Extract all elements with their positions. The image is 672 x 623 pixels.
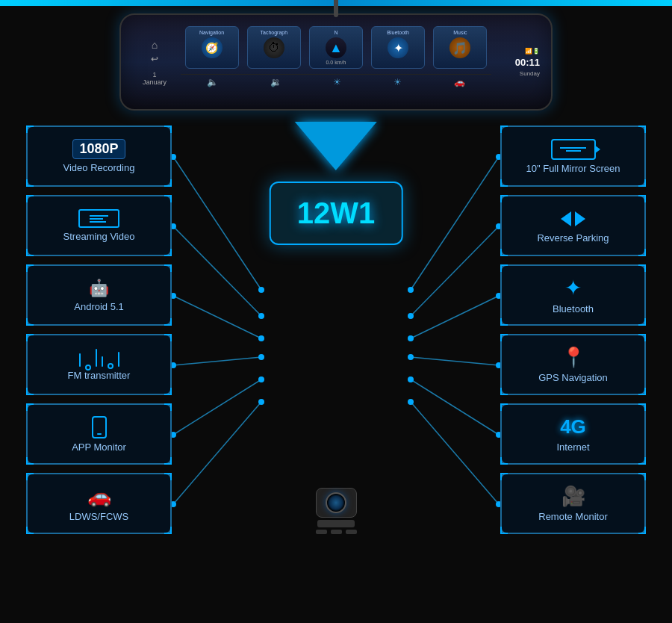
back-icon: ↩ (151, 54, 158, 64)
app-monitor-label: APP Monitor (72, 441, 126, 453)
feature-video-recording: 1080P Video Recording (26, 125, 172, 187)
mirror-screen-label: 10" Full Mirror Screen (526, 163, 620, 174)
brightness-down-icon: ☀ (333, 77, 341, 87)
car-icon: 🚗 (454, 77, 465, 87)
mirror-app-compass[interactable]: N ▲ 0.0 km/h (309, 26, 363, 69)
svg-point-28 (258, 376, 264, 382)
nav-icon: 🧭 (202, 37, 223, 58)
mirror-screen-icon (551, 139, 596, 160)
mirror-controls-bar: 🔈 🔉 ☀ ☀ 🚗 (181, 74, 491, 87)
svg-line-1 (173, 226, 261, 316)
mirror-area: ⌂ ↩ 1 January Navigation 🧭 Tachograph ⏱ … (0, 6, 672, 114)
ldws-label: LDWS/FCWS (69, 511, 128, 522)
svg-line-10 (411, 379, 499, 435)
camera-body (316, 488, 357, 518)
svg-point-30 (408, 287, 414, 293)
center-arrow-section: 12W1 (270, 118, 403, 245)
bluetooth-label: Bluetooth (553, 303, 594, 314)
down-arrow (295, 122, 377, 170)
streaming-video-label: Streaming Video (63, 231, 135, 242)
svg-line-5 (173, 402, 261, 504)
svg-line-9 (411, 357, 499, 365)
svg-line-7 (411, 226, 499, 316)
feature-streaming-video: Streaming Video (26, 195, 172, 256)
vol-down-icon: 🔈 (207, 77, 218, 87)
svg-line-2 (173, 296, 261, 338)
tacho-icon: ⏱ (264, 37, 284, 58)
compass-icon: ▲ (326, 37, 346, 58)
svg-line-0 (173, 157, 261, 290)
4g-icon: 4G (560, 415, 586, 438)
feature-bluetooth: ✦ Bluetooth (500, 264, 646, 326)
ldws-icon: 🚗 (87, 485, 111, 508)
svg-line-3 (173, 357, 261, 365)
mirror-app-music[interactable]: Music 🎵 (433, 26, 487, 69)
camera-mount (317, 520, 355, 527)
mirror-date: 1 January (143, 71, 167, 86)
fm-label: FM transmitter (68, 370, 131, 381)
feature-android: 🤖 Android 5.1 (26, 264, 172, 326)
feature-reverse-parking: Reverse Parking (500, 195, 646, 256)
video-recording-label: Video Recording (63, 162, 135, 173)
remote-monitor-label: Remote Monitor (538, 511, 607, 522)
gps-label: GPS Navigation (538, 372, 608, 383)
svg-point-34 (408, 376, 414, 382)
mirror-day: Sunday (520, 70, 540, 77)
mirror-app-navigation[interactable]: Navigation 🧭 (185, 26, 239, 69)
center-label: 12W1 (270, 182, 403, 245)
svg-line-8 (411, 296, 499, 338)
feature-internet: 4G Internet (500, 403, 646, 465)
brightness-up-icon: ☀ (393, 77, 402, 87)
mirror-device: ⌂ ↩ 1 January Navigation 🧭 Tachograph ⏱ … (119, 13, 553, 111)
svg-point-29 (258, 399, 264, 405)
mirror-time: 00:11 (515, 57, 540, 68)
camera-base (316, 530, 357, 534)
bt-icon: ✦ (388, 37, 408, 58)
feature-gps-navigation: 📍 GPS Navigation (500, 334, 646, 395)
reverse-parking-label: Reverse Parking (537, 232, 609, 244)
android-label: Android 5.1 (74, 301, 124, 312)
svg-point-33 (408, 354, 414, 360)
svg-point-31 (408, 313, 414, 319)
mirror-right-panel: 📶🔋 00:11 Sunday (495, 48, 540, 77)
camera-image (310, 488, 362, 536)
svg-point-25 (258, 313, 264, 319)
mirror-stand (334, 0, 338, 17)
1080p-icon: 1080P (72, 139, 125, 159)
fm-icon (79, 349, 119, 367)
bluetooth-icon: ✦ (564, 276, 582, 300)
svg-point-35 (408, 399, 414, 405)
streaming-icon (78, 209, 119, 228)
home-icon: ⌂ (152, 39, 158, 51)
mirror-left-panel: ⌂ ↩ 1 January (132, 39, 177, 86)
internet-label: Internet (556, 441, 589, 453)
phone-icon (92, 416, 107, 438)
svg-point-24 (258, 287, 264, 293)
feature-remote-monitor: 🎥 Remote Monitor (500, 473, 646, 534)
feature-mirror-screen: 10" Full Mirror Screen (500, 125, 646, 187)
android-icon: 🤖 (89, 279, 109, 298)
music-icon: 🎵 (449, 37, 470, 58)
mirror-main-screen: Navigation 🧭 Tachograph ⏱ N ▲ 0.0 km/h B… (177, 21, 495, 103)
mirror-app-bluetooth[interactable]: Bluetooth ✦ (371, 26, 425, 69)
camera-lens (326, 492, 346, 513)
mirror-apps-bar: Navigation 🧭 Tachograph ⏱ N ▲ 0.0 km/h B… (181, 25, 491, 70)
gps-icon: 📍 (561, 346, 585, 369)
mirror-app-tachograph[interactable]: Tachograph ⏱ (247, 26, 301, 69)
svg-point-27 (258, 354, 264, 360)
svg-line-6 (411, 157, 499, 290)
svg-line-4 (173, 379, 261, 435)
feature-fm-transmitter: FM transmitter (26, 334, 172, 395)
svg-line-11 (411, 402, 499, 504)
infographic-section: 12W1 1080P Video Recording Streaming Vid… (0, 118, 672, 559)
reverse-icon (551, 208, 596, 229)
vol-up-icon: 🔉 (270, 77, 281, 87)
svg-point-32 (408, 335, 414, 341)
svg-point-26 (258, 335, 264, 341)
feature-ldws-fcws: 🚗 LDWS/FCWS (26, 473, 172, 534)
feature-app-monitor: APP Monitor (26, 403, 172, 465)
remote-icon: 🎥 (561, 485, 585, 508)
